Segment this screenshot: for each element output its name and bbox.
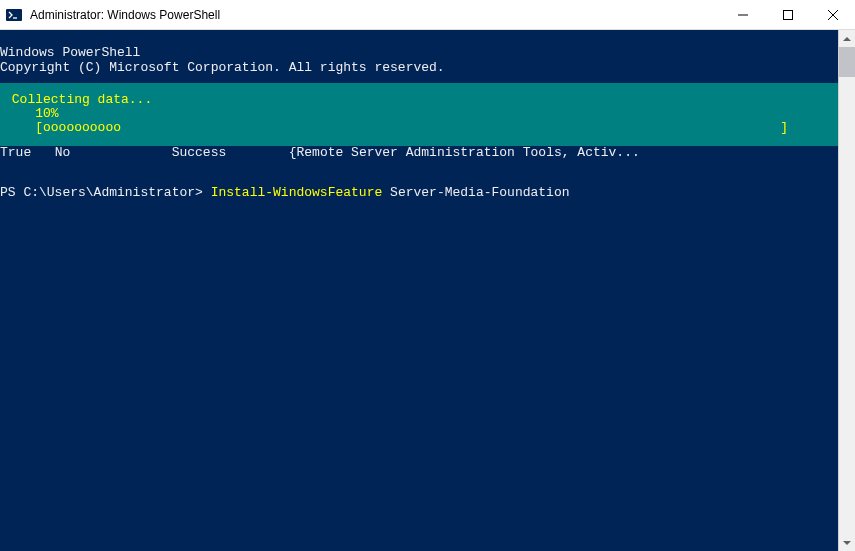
progress-bar-close: ]	[780, 121, 788, 135]
progress-status: Collecting data...	[4, 92, 152, 107]
title-bar: Administrator: Windows PowerShell	[0, 0, 855, 30]
result-col1: True	[0, 145, 31, 160]
minimize-button[interactable]	[720, 0, 765, 29]
progress-bar-fill: oooooooooo	[43, 120, 121, 135]
prompt-line: PS C:\Users\Administrator> Install-Windo…	[0, 186, 838, 200]
svg-rect-0	[6, 9, 22, 21]
maximize-button[interactable]	[765, 0, 810, 29]
result-col4: {Remote Server Administration Tools, Act…	[289, 145, 640, 160]
scroll-down-button[interactable]	[839, 534, 855, 551]
progress-bar-open: [	[4, 120, 43, 135]
prompt-prefix: PS C:\Users\Administrator>	[0, 185, 211, 200]
progress-percent: 10%	[4, 106, 59, 121]
svg-rect-3	[783, 10, 792, 19]
scroll-up-button[interactable]	[839, 30, 855, 47]
powershell-icon	[6, 7, 22, 23]
result-row: True No Success {Remote Server Administr…	[0, 146, 838, 160]
close-button[interactable]	[810, 0, 855, 29]
terminal-output[interactable]: Windows PowerShell Copyright (C) Microso…	[0, 30, 838, 551]
prompt-command: Install-WindowsFeature	[211, 185, 383, 200]
ps-banner-line1: Windows PowerShell	[0, 45, 140, 60]
progress-block: Collecting data... 10% [oooooooooo]	[0, 83, 838, 146]
window-title: Administrator: Windows PowerShell	[28, 8, 720, 22]
scroll-thumb[interactable]	[839, 47, 855, 77]
vertical-scrollbar[interactable]	[838, 30, 855, 551]
prompt-argument: Server-Media-Foundation	[382, 185, 569, 200]
result-col2: No	[55, 145, 71, 160]
window-controls	[720, 0, 855, 29]
result-col3: Success	[172, 145, 227, 160]
ps-banner-line2: Copyright (C) Microsoft Corporation. All…	[0, 60, 445, 75]
